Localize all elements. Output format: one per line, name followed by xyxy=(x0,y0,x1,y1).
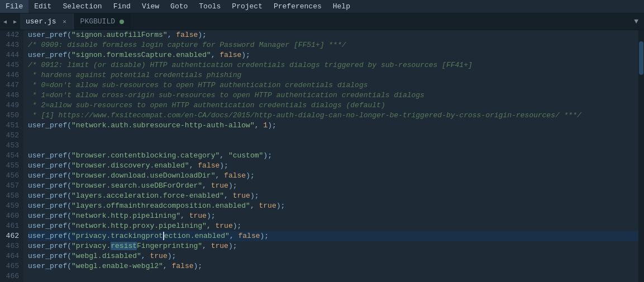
code-line-466 xyxy=(28,271,638,281)
code-line-444: user_pref("signon.formlessCapture.enable… xyxy=(28,50,638,60)
code-line-463: user_pref("privacy.resistFingerprinting"… xyxy=(28,241,638,251)
tab-menu-button[interactable]: ▼ xyxy=(631,17,642,26)
line-num-443: 443 xyxy=(4,40,19,50)
code-line-461: user_pref("network.http.proxy.pipelining… xyxy=(28,221,638,231)
menu-find[interactable]: Find xyxy=(108,0,136,13)
code-line-446: * hardens against potential credentials … xyxy=(28,70,638,80)
menu-selection[interactable]: Selection xyxy=(57,0,107,13)
code-line-450: * [1] https://www.fxsitecompat.com/en-CA… xyxy=(28,111,638,121)
line-num-457: 457 xyxy=(4,181,19,191)
line-num-460: 460 xyxy=(4,211,19,221)
code-line-458: user_pref("layers.acceleration.force-ena… xyxy=(28,191,638,201)
code-line-449: * 2=allow sub-resources to open HTTP aut… xyxy=(28,101,638,111)
line-num-444: 444 xyxy=(4,50,19,60)
line-num-447: 447 xyxy=(4,80,19,90)
tab-pkgbuild-modified-dot xyxy=(120,20,124,24)
code-line-459: user_pref("layers.offmainthreadcompositi… xyxy=(28,201,638,211)
tab-pkgbuild-label: PKGBUILD xyxy=(80,17,115,26)
menu-bar: File Edit Selection Find View Goto Tools… xyxy=(0,0,644,13)
code-line-451: user_pref("network.auth.subresource-http… xyxy=(28,121,638,131)
menu-help[interactable]: Help xyxy=(327,0,356,13)
tab-user-js-label: user.js xyxy=(26,17,56,26)
code-line-456: user_pref("browser.download.useDownloadD… xyxy=(28,171,638,181)
code-line-460: user_pref("network.http.pipelining", tru… xyxy=(28,211,638,221)
line-num-452: 452 xyxy=(4,131,19,141)
code-line-462: user_pref("privacy.trackingprotection.en… xyxy=(28,231,638,241)
code-line-448: * 1=don't allow cross-origin sub-resourc… xyxy=(28,90,638,101)
line-num-448: 448 xyxy=(4,90,19,101)
code-line-464: user_pref("webgl.disabled", true); xyxy=(28,251,638,261)
line-num-456: 456 xyxy=(4,171,19,181)
code-line-454: user_pref("browser.contentblocking.categ… xyxy=(28,151,638,161)
code-line-465: user_pref("webgl.enable-webgl2", false); xyxy=(28,261,638,271)
code-line-445: /* 0912: limit (or disable) HTTP authent… xyxy=(28,60,638,70)
line-num-442: 442 xyxy=(4,30,19,40)
line-numbers: 442 443 444 445 446 447 448 449 450 451 … xyxy=(0,30,23,282)
menu-edit[interactable]: Edit xyxy=(28,0,57,13)
editor-area: 442 443 444 445 446 447 448 449 450 451 … xyxy=(0,30,644,282)
code-line-452 xyxy=(28,131,638,141)
line-num-451: 451 xyxy=(4,121,19,131)
code-line-447: * 0=don't allow sub-resources to open HT… xyxy=(28,80,638,90)
line-num-458: 458 xyxy=(4,191,19,201)
line-num-466: 466 xyxy=(4,271,19,281)
tab-next-btn[interactable]: ▶ xyxy=(10,13,20,30)
menu-tools[interactable]: Tools xyxy=(193,0,226,13)
line-num-449: 449 xyxy=(4,101,19,111)
tab-pkgbuild[interactable]: PKGBUILD xyxy=(75,13,130,30)
line-num-450: 450 xyxy=(4,111,19,121)
tab-user-js[interactable]: user.js ✕ xyxy=(20,13,75,30)
tab-bar: ◀ ▶ user.js ✕ PKGBUILD ▼ xyxy=(0,13,644,30)
line-num-454: 454 xyxy=(4,151,19,161)
menu-goto[interactable]: Goto xyxy=(165,0,193,13)
line-num-463: 463 xyxy=(4,241,19,251)
code-line-457: user_pref("browser.search.useDBForOrder"… xyxy=(28,181,638,191)
code-content[interactable]: user_pref("signon.autofillForms", false)… xyxy=(23,30,638,282)
scrollbar-thumb[interactable] xyxy=(639,41,643,75)
line-num-445: 445 xyxy=(4,60,19,70)
line-num-462: 462 xyxy=(4,231,19,241)
menu-preferences[interactable]: Preferences xyxy=(268,0,327,13)
scrollbar-track[interactable] xyxy=(638,30,644,282)
menu-view[interactable]: View xyxy=(136,0,165,13)
menu-file[interactable]: File xyxy=(0,0,28,13)
code-line-443: /* 0909: disable formless login capture … xyxy=(28,40,638,50)
line-num-453: 453 xyxy=(4,141,19,151)
code-line-455: user_pref("browser.discovery.enabled", f… xyxy=(28,161,638,171)
line-num-465: 465 xyxy=(4,261,19,271)
code-line-453 xyxy=(28,141,638,151)
line-num-446: 446 xyxy=(4,70,19,80)
line-num-461: 461 xyxy=(4,221,19,231)
line-num-459: 459 xyxy=(4,201,19,211)
code-line-442: user_pref("signon.autofillForms", false)… xyxy=(28,30,638,40)
tab-prev-btn[interactable]: ◀ xyxy=(0,13,10,30)
line-num-464: 464 xyxy=(4,251,19,261)
line-num-455: 455 xyxy=(4,161,19,171)
tab-user-js-close[interactable]: ✕ xyxy=(61,18,69,26)
menu-project[interactable]: Project xyxy=(226,0,268,13)
